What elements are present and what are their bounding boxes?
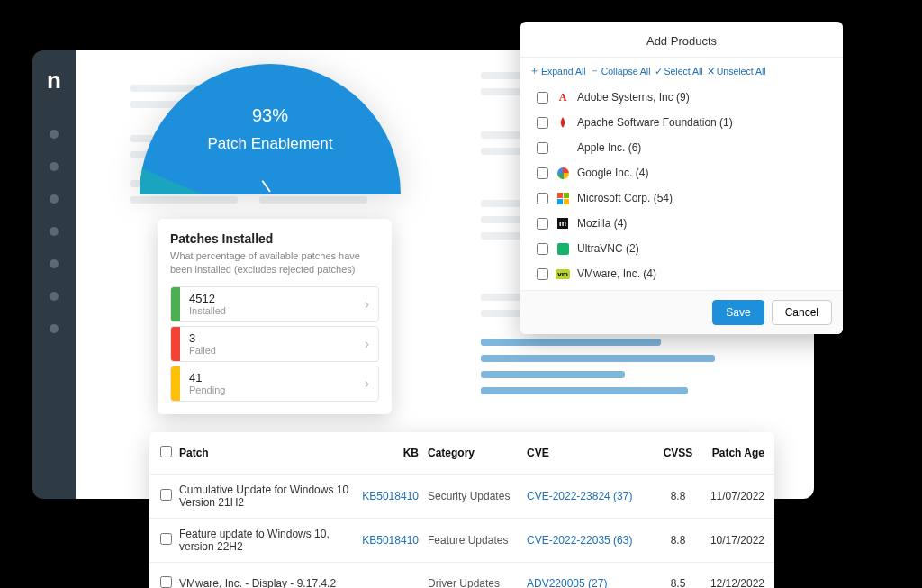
product-row[interactable]: UltraVNC (2) — [537, 236, 837, 261]
row-checkbox[interactable] — [160, 489, 172, 501]
stat-value: 41 — [189, 371, 365, 384]
col-header-cve[interactable]: CVE — [527, 447, 655, 459]
stat-row-installed[interactable]: 4512 Installed › — [170, 286, 379, 322]
select-all-link[interactable]: ✓ Select All — [655, 65, 703, 77]
product-checkbox[interactable] — [537, 218, 548, 230]
sidebar-nav-dot[interactable] — [50, 130, 59, 139]
product-checkbox[interactable] — [537, 117, 548, 129]
product-name: VMware, Inc. (4) — [577, 267, 656, 280]
cell-kb-link[interactable]: KB5018410 — [356, 490, 428, 502]
adobe-icon: A — [556, 90, 570, 104]
stat-row-pending[interactable]: 41 Pending › — [170, 366, 379, 402]
stat-label: Failed — [189, 345, 365, 356]
modal-footer: Save Cancel — [520, 290, 843, 334]
ultravnc-icon — [556, 241, 570, 256]
gauge-percent: 93% — [252, 105, 288, 126]
cell-kb-link[interactable]: KB5018410 — [356, 534, 428, 547]
row-checkbox[interactable] — [160, 533, 172, 545]
product-name: Adobe Systems, Inc (9) — [577, 91, 690, 104]
cell-cvss: 8.5 — [655, 577, 701, 588]
product-list[interactable]: A Adobe Systems, Inc (9) Apache Software… — [520, 85, 843, 290]
product-checkbox[interactable] — [537, 193, 548, 204]
cell-patch: VMware, Inc. - Display - 9.17.4.2 — [179, 577, 356, 588]
cell-cve-link[interactable]: CVE-2022-22035 (63) — [527, 534, 655, 547]
stat-row-failed[interactable]: 3 Failed › — [170, 326, 379, 362]
add-products-modal: Add Products ＋ Expand All － Collapse All… — [520, 22, 843, 334]
sidebar-nav-dot[interactable] — [50, 324, 59, 333]
unselect-all-link[interactable]: ✕ Unselect All — [707, 65, 766, 77]
cell-category: Security Updates — [428, 490, 527, 502]
col-header-age[interactable]: Patch Age — [701, 447, 764, 459]
cancel-button[interactable]: Cancel — [772, 300, 832, 325]
table-row[interactable]: Cumulative Update for Windows 10 Version… — [149, 475, 774, 519]
status-bar-green — [171, 287, 180, 321]
modal-title: Add Products — [520, 22, 843, 58]
product-name: UltraVNC (2) — [577, 242, 639, 255]
patch-table: Patch KB Category CVE CVSS Patch Age Cum… — [149, 432, 774, 588]
sidebar-nav-dot[interactable] — [50, 227, 59, 236]
table-row[interactable]: Feature update to Windows 10, version 22… — [149, 519, 774, 563]
card-title: Patches Installed — [170, 231, 379, 246]
product-name: Apache Software Foundation (1) — [577, 116, 733, 129]
product-row[interactable]: m Mozilla (4) — [537, 211, 837, 236]
cell-cve-link[interactable]: ADV220005 (27) — [527, 577, 655, 588]
expand-all-link[interactable]: ＋ Expand All — [529, 65, 586, 77]
stat-value: 4512 — [189, 292, 365, 305]
stat-label: Pending — [189, 384, 365, 395]
cell-category: Driver Updates — [428, 577, 527, 588]
patches-installed-card: Patches Installed What percentage of ava… — [158, 219, 392, 414]
product-row[interactable]: Google Inc. (4) — [537, 160, 837, 185]
col-header-cvss[interactable]: CVSS — [655, 447, 701, 459]
collapse-all-link[interactable]: － Collapse All — [590, 65, 651, 77]
col-header-kb[interactable]: KB — [356, 447, 428, 459]
product-name: Microsoft Corp. (54) — [577, 192, 673, 204]
product-checkbox[interactable] — [537, 92, 548, 104]
sidebar-nav-dot[interactable] — [50, 194, 59, 204]
product-checkbox[interactable] — [537, 243, 548, 255]
product-name: Apple Inc. (6) — [577, 141, 641, 154]
apache-icon — [556, 115, 570, 130]
table-header-row: Patch KB Category CVE CVSS Patch Age — [149, 432, 774, 475]
product-row[interactable]: A Adobe Systems, Inc (9) — [537, 85, 837, 110]
product-row[interactable]: Apple Inc. (6) — [537, 135, 837, 160]
save-button[interactable]: Save — [712, 300, 764, 325]
modal-bulk-actions: ＋ Expand All － Collapse All ✓ Select All… — [520, 58, 843, 85]
product-row[interactable]: Apache Software Foundation (1) — [537, 110, 837, 135]
google-icon — [556, 166, 570, 180]
cell-patch: Feature update to Windows 10, version 22… — [179, 528, 356, 553]
table-row[interactable]: VMware, Inc. - Display - 9.17.4.2 Driver… — [149, 563, 774, 588]
sidebar: n — [32, 50, 76, 499]
gauge-needle — [267, 191, 274, 194]
mozilla-icon: m — [556, 216, 570, 231]
logo: n — [32, 67, 76, 95]
col-header-category[interactable]: Category — [428, 447, 527, 459]
apple-icon — [556, 140, 570, 155]
sidebar-nav-dot[interactable] — [50, 292, 59, 301]
gauge-label: Patch Enablement — [208, 135, 333, 153]
product-checkbox[interactable] — [537, 268, 548, 280]
cell-cve-link[interactable]: CVE-2022-23824 (37) — [527, 490, 655, 502]
product-row[interactable]: vm VMware, Inc. (4) — [537, 261, 837, 286]
microsoft-icon — [556, 191, 570, 205]
chevron-right-icon: › — [365, 375, 378, 392]
select-all-checkbox[interactable] — [160, 446, 172, 457]
product-name: Mozilla (4) — [577, 217, 627, 230]
sidebar-nav-dot[interactable] — [50, 259, 59, 268]
stat-label: Installed — [189, 305, 365, 316]
status-bar-yellow — [171, 366, 180, 401]
row-checkbox[interactable] — [160, 576, 172, 588]
product-checkbox[interactable] — [537, 167, 548, 179]
card-description: What percentage of available patches hav… — [170, 249, 379, 277]
cell-cvss: 8.8 — [655, 534, 701, 547]
col-header-patch[interactable]: Patch — [179, 447, 356, 459]
product-row[interactable]: Microsoft Corp. (54) — [537, 185, 837, 211]
chevron-right-icon: › — [365, 296, 378, 312]
cell-patch: Cumulative Update for Windows 10 Version… — [179, 484, 356, 509]
sidebar-nav-dot[interactable] — [50, 162, 59, 171]
cell-age: 12/12/2022 — [701, 577, 764, 588]
patch-enablement-gauge: 93% Patch Enablement — [140, 64, 401, 194]
cell-category: Feature Updates — [428, 534, 527, 547]
cell-cvss: 8.8 — [655, 490, 701, 502]
status-bar-red — [171, 327, 180, 361]
product-checkbox[interactable] — [537, 142, 548, 154]
